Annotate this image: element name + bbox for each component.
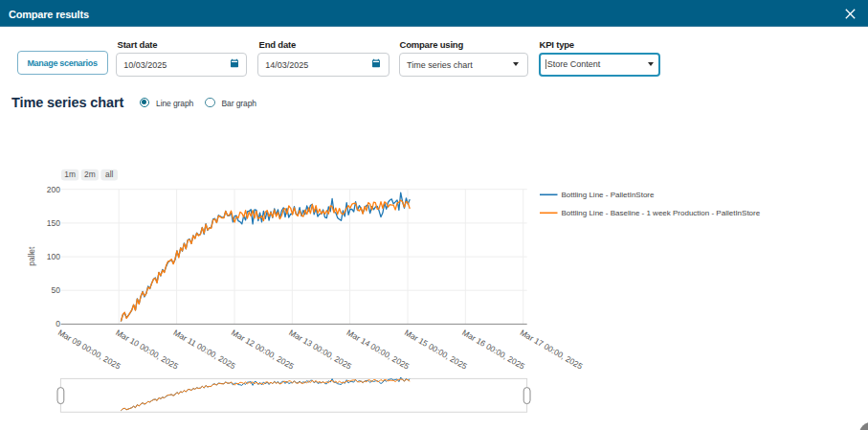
svg-text:Mar 10 00:00, 2025: Mar 10 00:00, 2025 [114, 328, 180, 372]
svg-text:Mar 16 00:00, 2025: Mar 16 00:00, 2025 [460, 328, 526, 372]
svg-text:Mar 12 00:00, 2025: Mar 12 00:00, 2025 [230, 328, 296, 372]
svg-text:50: 50 [52, 285, 61, 295]
svg-text:Mar 17 00:00, 2025: Mar 17 00:00, 2025 [519, 328, 585, 372]
svg-text:200: 200 [47, 185, 60, 194]
svg-text:Bottling Line - Baseline - 1 w: Bottling Line - Baseline - 1 week Produc… [562, 209, 761, 217]
svg-text:Mar 14 00:00, 2025: Mar 14 00:00, 2025 [345, 328, 412, 372]
svg-text:2m: 2m [84, 170, 96, 179]
svg-text:0: 0 [56, 319, 60, 328]
svg-text:1m: 1m [64, 170, 76, 179]
svg-text:Mar 11 00:00, 2025: Mar 11 00:00, 2025 [172, 328, 238, 371]
svg-text:100: 100 [47, 252, 60, 261]
svg-text:Bottling Line - PalletInStore: Bottling Line - PalletInStore [562, 191, 655, 199]
svg-text:Mar 09 00:00, 2025: Mar 09 00:00, 2025 [56, 328, 122, 372]
svg-text:Mar 13 00:00, 2025: Mar 13 00:00, 2025 [287, 328, 353, 372]
svg-text:Mar 15 00:00, 2025: Mar 15 00:00, 2025 [403, 328, 469, 372]
svg-text:all: all [105, 170, 114, 179]
svg-text:150: 150 [47, 218, 60, 228]
svg-text:pallet: pallet [27, 246, 36, 266]
